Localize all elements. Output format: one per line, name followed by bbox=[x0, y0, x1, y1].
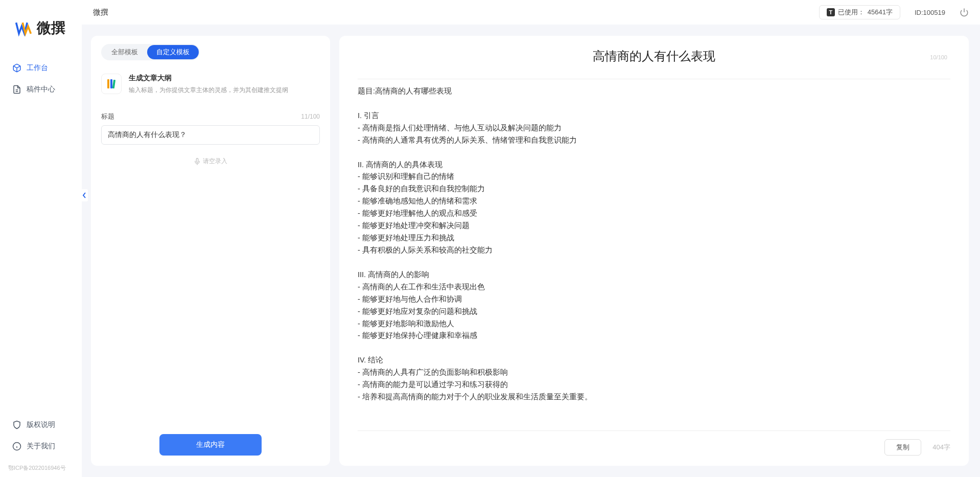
shield-icon bbox=[12, 420, 21, 429]
cube-icon bbox=[12, 63, 21, 73]
copy-button[interactable]: 复制 bbox=[884, 439, 921, 456]
usage-label: 已使用： bbox=[838, 8, 865, 17]
template-icon bbox=[101, 74, 122, 94]
title-input[interactable] bbox=[101, 125, 320, 145]
logo-text: 微撰 bbox=[37, 18, 65, 38]
nav-item-copyright[interactable]: 版权说明 bbox=[5, 415, 77, 435]
user-id: ID:100519 bbox=[915, 9, 945, 16]
title-char-count: 11/100 bbox=[301, 113, 320, 120]
template-card: 生成文章大纲 输入标题，为你提供文章主体的灵感，并为其创建推文提纲 bbox=[101, 71, 320, 104]
generate-button[interactable]: 生成内容 bbox=[159, 434, 262, 456]
main: 微撰 T 已使用： 45641字 ID:100519 全部模板 自定义模板 bbox=[82, 0, 980, 477]
output-panel: 高情商的人有什么表现 10/100 题目:高情商的人有哪些表现 I. 引言 - … bbox=[339, 36, 969, 466]
nav-label: 工作台 bbox=[27, 63, 48, 73]
nav-footer: 版权说明 关于我们 bbox=[0, 411, 82, 462]
tab-custom-templates[interactable]: 自定义模板 bbox=[147, 45, 199, 59]
nav-label: 关于我们 bbox=[27, 442, 55, 451]
template-desc: 输入标题，为你提供文章主体的灵感，并为其创建推文提纲 bbox=[129, 86, 288, 95]
books-icon bbox=[105, 78, 118, 90]
token-icon: T bbox=[827, 8, 835, 16]
sidebar-collapse-button[interactable] bbox=[81, 189, 88, 201]
svg-rect-4 bbox=[107, 79, 109, 88]
mic-icon bbox=[194, 158, 201, 165]
nav-item-about[interactable]: 关于我们 bbox=[5, 437, 77, 456]
title-label: 标题 bbox=[101, 112, 114, 121]
icp-text: 鄂ICP备2022016946号 bbox=[0, 462, 82, 477]
output-title: 高情商的人有什么表现 bbox=[358, 48, 950, 74]
voice-hint-text: 请空录入 bbox=[203, 157, 227, 166]
logo[interactable]: 微撰 bbox=[0, 9, 82, 58]
document-icon bbox=[12, 85, 21, 94]
power-icon[interactable] bbox=[960, 8, 969, 17]
form-section: 标题 11/100 请空录入 bbox=[91, 104, 330, 424]
output-body[interactable]: 题目:高情商的人有哪些表现 I. 引言 - 高情商是指人们处理情绪、与他人互动以… bbox=[339, 79, 969, 430]
usage-badge[interactable]: T 已使用： 45641字 bbox=[819, 5, 900, 19]
template-tabs: 全部模板 自定义模板 bbox=[91, 36, 330, 65]
input-panel: 全部模板 自定义模板 生成文章大纲 输入标题，为你提供文章主体的灵感，并为其创建… bbox=[91, 36, 330, 466]
topbar: 微撰 T 已使用： 45641字 ID:100519 bbox=[82, 0, 980, 25]
nav-item-workbench[interactable]: 工作台 bbox=[5, 58, 77, 78]
content-area: 全部模板 自定义模板 生成文章大纲 输入标题，为你提供文章主体的灵感，并为其创建… bbox=[82, 25, 980, 477]
output-word-count: 404字 bbox=[932, 443, 950, 452]
logo-icon bbox=[14, 19, 33, 37]
nav-label: 版权说明 bbox=[27, 420, 55, 429]
nav-primary: 工作台 稿件中心 bbox=[0, 58, 82, 411]
tab-all-templates[interactable]: 全部模板 bbox=[102, 45, 147, 59]
voice-input-hint[interactable]: 请空录入 bbox=[101, 157, 320, 166]
usage-value: 45641字 bbox=[868, 8, 893, 17]
output-title-count: 10/100 bbox=[930, 54, 947, 60]
sidebar: 微撰 工作台 稿件中心 版权说明 关于我们 鄂ICP备2022016946号 bbox=[0, 0, 82, 477]
output-footer: 复制 404字 bbox=[339, 431, 969, 466]
chevron-left-icon bbox=[82, 192, 86, 198]
topbar-right: T 已使用： 45641字 ID:100519 bbox=[819, 5, 969, 19]
svg-rect-6 bbox=[112, 80, 115, 88]
info-icon bbox=[12, 442, 21, 451]
nav-item-drafts[interactable]: 稿件中心 bbox=[5, 80, 77, 99]
svg-rect-5 bbox=[110, 79, 112, 88]
nav-label: 稿件中心 bbox=[27, 85, 55, 94]
page-title: 微撰 bbox=[93, 8, 108, 17]
template-title: 生成文章大纲 bbox=[129, 74, 288, 83]
